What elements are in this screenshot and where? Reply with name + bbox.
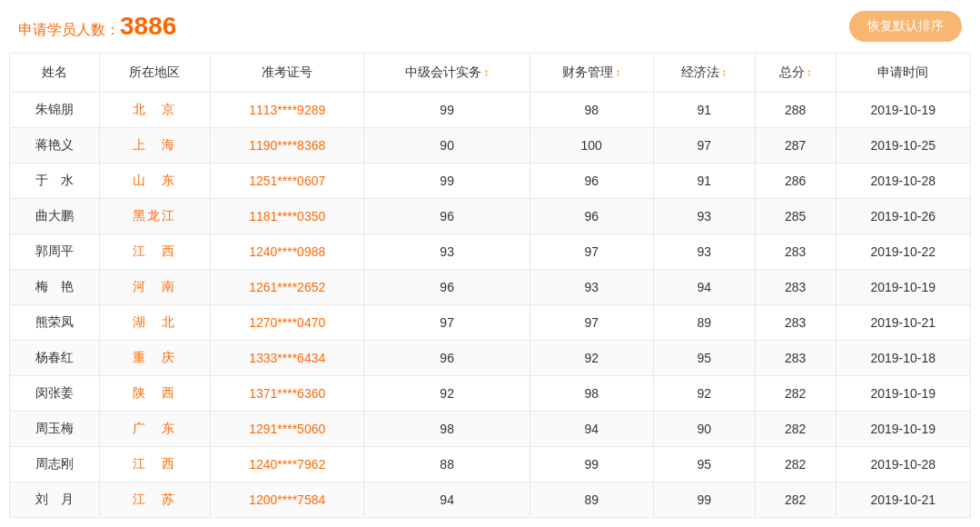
- cell-region: 山 东: [99, 164, 210, 199]
- cell-accounting: 96: [364, 199, 530, 234]
- cell-economic_law: 90: [653, 412, 755, 447]
- cell-exam_id: 1240****7962: [211, 447, 364, 482]
- cell-name: 周志刚: [10, 447, 100, 482]
- cell-exam_id: 1371****6360: [211, 376, 364, 412]
- table-row: 曲大鹏黑龙江1181****03509696932852019-10-26: [10, 199, 971, 234]
- table-row: 熊荣凤湖 北1270****04709797892832019-10-21: [10, 305, 971, 341]
- cell-region: 上 海: [99, 128, 210, 164]
- cell-name: 郭周平: [10, 234, 100, 270]
- table-header-row: 姓名 所在地区 准考证号 中级会计实务↕ 财务管理↕ 经济法↕ 总分↕ 申请时间: [10, 54, 971, 93]
- cell-total: 282: [755, 412, 836, 447]
- cell-total: 287: [755, 128, 836, 164]
- table-container: 姓名 所在地区 准考证号 中级会计实务↕ 财务管理↕ 经济法↕ 总分↕ 申请时间…: [0, 53, 980, 518]
- cell-finance: 97: [530, 305, 653, 341]
- cell-accounting: 93: [364, 234, 530, 270]
- cell-region: 广 东: [99, 412, 210, 447]
- header-bar: 申请学员人数：3886 恢复默认排序: [0, 0, 980, 53]
- cell-name: 闵张姜: [10, 376, 100, 412]
- cell-finance: 94: [530, 412, 653, 447]
- col-name: 姓名: [10, 54, 100, 93]
- table-row: 闵张姜陕 西1371****63609298922822019-10-19: [10, 376, 971, 412]
- cell-finance: 93: [530, 270, 653, 305]
- col-economic-law[interactable]: 经济法↕: [653, 54, 755, 93]
- cell-apply_time: 2019-10-21: [836, 482, 970, 518]
- cell-exam_id: 1190****8368: [211, 128, 364, 164]
- cell-accounting: 96: [364, 341, 530, 376]
- cell-name: 周玉梅: [10, 412, 100, 447]
- cell-total: 285: [755, 199, 836, 234]
- cell-total: 283: [755, 305, 836, 341]
- table-row: 刘 月江 苏1200****75849489992822019-10-21: [10, 482, 971, 518]
- student-count: 申请学员人数：3886: [18, 12, 176, 41]
- cell-accounting: 97: [364, 305, 530, 341]
- cell-economic_law: 91: [653, 164, 755, 199]
- table-row: 于 水山 东1251****06079996912862019-10-28: [10, 164, 971, 199]
- cell-apply_time: 2019-10-18: [836, 341, 970, 376]
- cell-economic_law: 95: [653, 447, 755, 482]
- table-row: 朱锦朋北 京1113****92899998912882019-10-19: [10, 93, 971, 128]
- cell-apply_time: 2019-10-19: [836, 93, 970, 128]
- count-label: 申请学员人数：: [18, 22, 120, 37]
- cell-name: 曲大鹏: [10, 199, 100, 234]
- students-table: 姓名 所在地区 准考证号 中级会计实务↕ 财务管理↕ 经济法↕ 总分↕ 申请时间…: [9, 53, 971, 518]
- cell-economic_law: 93: [653, 199, 755, 234]
- cell-exam_id: 1240****0988: [211, 234, 364, 270]
- cell-finance: 99: [530, 447, 653, 482]
- cell-exam_id: 1333****6434: [211, 341, 364, 376]
- cell-apply_time: 2019-10-28: [836, 447, 970, 482]
- cell-finance: 96: [530, 199, 653, 234]
- sort-icon-accounting: ↕: [483, 66, 489, 79]
- cell-total: 282: [755, 376, 836, 412]
- cell-economic_law: 95: [653, 341, 755, 376]
- cell-total: 286: [755, 164, 836, 199]
- cell-apply_time: 2019-10-25: [836, 128, 970, 164]
- cell-name: 杨春红: [10, 341, 100, 376]
- cell-exam_id: 1261****2652: [211, 270, 364, 305]
- sort-icon-total: ↕: [807, 66, 812, 79]
- cell-apply_time: 2019-10-19: [836, 376, 970, 412]
- col-region: 所在地区: [99, 54, 210, 93]
- cell-economic_law: 89: [653, 305, 755, 341]
- reset-sort-button[interactable]: 恢复默认排序: [849, 11, 962, 42]
- cell-region: 河 南: [99, 270, 210, 305]
- col-finance[interactable]: 财务管理↕: [530, 54, 653, 93]
- cell-economic_law: 92: [653, 376, 755, 412]
- col-total[interactable]: 总分↕: [755, 54, 836, 93]
- cell-exam_id: 1270****0470: [211, 305, 364, 341]
- cell-finance: 98: [530, 93, 653, 128]
- cell-name: 朱锦朋: [10, 93, 100, 128]
- cell-finance: 98: [530, 376, 653, 412]
- cell-economic_law: 93: [653, 234, 755, 270]
- sort-icon-finance: ↕: [615, 66, 620, 79]
- cell-economic_law: 99: [653, 482, 755, 518]
- count-value: 3886: [120, 12, 176, 40]
- cell-total: 282: [755, 482, 836, 518]
- cell-name: 梅 艳: [10, 270, 100, 305]
- cell-exam_id: 1181****0350: [211, 199, 364, 234]
- cell-exam_id: 1113****9289: [211, 93, 364, 128]
- cell-accounting: 99: [364, 164, 530, 199]
- cell-region: 江 苏: [99, 482, 210, 518]
- cell-apply_time: 2019-10-28: [836, 164, 970, 199]
- cell-economic_law: 94: [653, 270, 755, 305]
- cell-total: 288: [755, 93, 836, 128]
- cell-accounting: 88: [364, 447, 530, 482]
- cell-region: 江 西: [99, 234, 210, 270]
- cell-finance: 89: [530, 482, 653, 518]
- col-accounting[interactable]: 中级会计实务↕: [364, 54, 530, 93]
- cell-finance: 96: [530, 164, 653, 199]
- cell-region: 北 京: [99, 93, 210, 128]
- cell-total: 282: [755, 447, 836, 482]
- cell-apply_time: 2019-10-19: [836, 270, 970, 305]
- cell-accounting: 94: [364, 482, 530, 518]
- cell-finance: 97: [530, 234, 653, 270]
- cell-economic_law: 91: [653, 93, 755, 128]
- cell-exam_id: 1251****0607: [211, 164, 364, 199]
- cell-total: 283: [755, 270, 836, 305]
- cell-name: 刘 月: [10, 482, 100, 518]
- cell-name: 蒋艳义: [10, 128, 100, 164]
- cell-apply_time: 2019-10-26: [836, 199, 970, 234]
- cell-apply_time: 2019-10-22: [836, 234, 970, 270]
- cell-region: 湖 北: [99, 305, 210, 341]
- table-row: 郭周平江 西1240****09889397932832019-10-22: [10, 234, 971, 270]
